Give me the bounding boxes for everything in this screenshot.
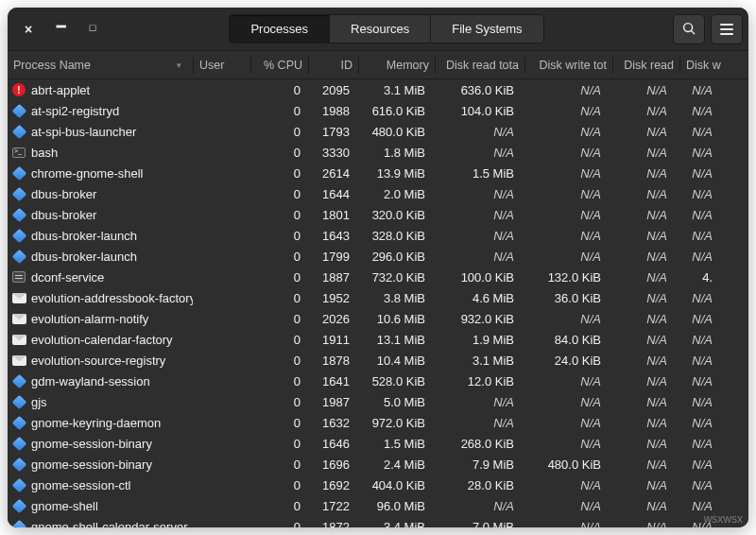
cell-id: 1696	[306, 457, 355, 472]
table-row[interactable]: gjs019875.0 MiBN/AN/AN/AN/A	[8, 391, 748, 412]
table-row[interactable]: at-spi-bus-launcher01793480.0 KiBN/AN/AN…	[8, 121, 748, 142]
table-row[interactable]: gnome-shell0172296.0 MiBN/AN/AN/AN/A	[8, 495, 748, 516]
cell-id: 1988	[306, 104, 355, 118]
cell-disk-write: N/A	[673, 125, 720, 139]
column-header-process-name[interactable]: Process Name ▾	[8, 59, 193, 72]
column-header-disk-write[interactable]: Disk w	[680, 59, 728, 72]
executable-icon	[11, 436, 26, 451]
menu-button[interactable]	[711, 14, 743, 44]
cell-disk-read: N/A	[607, 166, 673, 181]
cell-disk-write: N/A	[673, 520, 720, 528]
cell-disk-read: N/A	[607, 83, 673, 97]
column-header-memory[interactable]: Memory	[359, 59, 435, 72]
cell-disk-write-total: 84.0 KiB	[520, 333, 607, 347]
cell-cpu: 0	[249, 354, 306, 368]
cell-memory: 320.0 KiB	[355, 208, 431, 222]
table-row[interactable]: dbus-broker-launch01799296.0 KiBN/AN/AN/…	[8, 246, 748, 267]
cell-disk-write-total: 480.0 KiB	[520, 457, 607, 472]
cell-disk-read: N/A	[607, 374, 673, 388]
process-name-label: abrt-applet	[31, 83, 90, 97]
cell-id: 2095	[306, 83, 355, 97]
cell-disk-write: N/A	[673, 104, 720, 118]
process-name-label: dbus-broker	[31, 208, 96, 222]
cell-id: 1911	[306, 333, 355, 347]
cell-disk-write-total: N/A	[520, 312, 607, 326]
table-row[interactable]: evolution-alarm-notify0202610.6 MiB932.0…	[8, 308, 748, 329]
cell-cpu: 0	[249, 312, 306, 326]
cell-disk-write: N/A	[673, 83, 720, 97]
cell-disk-write-total: N/A	[520, 250, 607, 264]
process-name-label: gnome-session-binary	[31, 457, 152, 472]
cell-disk-read: N/A	[607, 208, 673, 222]
process-name-label: evolution-source-registry	[31, 354, 165, 368]
maximize-icon[interactable]: □	[85, 22, 100, 37]
cell-process-name: dbus-broker	[8, 207, 193, 222]
executable-icon	[11, 207, 26, 222]
cell-disk-write: N/A	[673, 437, 720, 451]
minimize-icon[interactable]: ‒	[53, 22, 68, 37]
cell-process-name: dconf-service	[8, 269, 193, 285]
cell-disk-write-total: 132.0 KiB	[520, 270, 607, 285]
cell-disk-write-total: N/A	[520, 520, 607, 528]
column-header-cpu[interactable]: % CPU	[251, 59, 308, 72]
table-row[interactable]: bash033301.8 MiBN/AN/AN/AN/A	[8, 142, 748, 163]
table-row[interactable]: gnome-shell-calendar-server018723.4 MiB7…	[8, 516, 748, 527]
table-row[interactable]: evolution-addressbook-factory019523.8 Mi…	[8, 287, 748, 308]
cell-disk-write-total: N/A	[520, 83, 607, 97]
executable-icon	[11, 186, 26, 201]
cell-disk-write-total: N/A	[520, 208, 607, 222]
table-row[interactable]: evolution-source-registry0187810.4 MiB3.…	[8, 350, 748, 371]
table-row[interactable]: gdm-wayland-session01641528.0 KiB12.0 Ki…	[8, 371, 748, 391]
table-row[interactable]: gnome-session-binary016962.4 MiB7.9 MiB4…	[8, 454, 748, 475]
tab-processes[interactable]: Processes	[230, 15, 330, 43]
table-row[interactable]: !abrt-applet020953.1 MiB636.0 KiBN/AN/AN…	[8, 79, 748, 100]
table-row[interactable]: gnome-session-ctl01692404.0 KiB28.0 KiBN…	[8, 475, 748, 495]
table-row[interactable]: dbus-broker-launch01643328.0 KiBN/AN/AN/…	[8, 225, 748, 246]
table-row[interactable]: gnome-session-binary016461.5 MiB268.0 Ki…	[8, 433, 748, 454]
cell-disk-write: N/A	[673, 478, 720, 492]
search-icon	[682, 22, 696, 36]
tab-filesystems[interactable]: File Systems	[431, 15, 542, 43]
cell-memory: 528.0 KiB	[355, 374, 431, 388]
column-header-disk-read[interactable]: Disk read	[613, 59, 679, 72]
process-name-label: gjs	[31, 395, 47, 409]
process-name-label: at-spi-bus-launcher	[31, 125, 136, 139]
search-button[interactable]	[673, 14, 705, 44]
cell-disk-read-total: 932.0 KiB	[431, 312, 520, 326]
close-icon[interactable]: ×	[21, 22, 36, 37]
mail-icon	[11, 332, 26, 347]
process-name-label: gnome-shell	[31, 499, 98, 513]
column-header-user[interactable]: User	[194, 59, 250, 72]
cell-memory: 616.0 KiB	[355, 104, 431, 118]
cell-disk-read: N/A	[607, 125, 673, 139]
cell-process-name: evolution-alarm-notify	[8, 311, 193, 326]
mail-icon	[11, 311, 26, 326]
table-row[interactable]: dconf-service01887732.0 KiB100.0 KiB132.…	[8, 267, 748, 287]
process-name-label: chrome-gnome-shell	[31, 166, 144, 181]
executable-icon	[11, 124, 26, 139]
tab-resources[interactable]: Resources	[330, 15, 431, 43]
cell-process-name: evolution-addressbook-factory	[8, 290, 193, 305]
table-row[interactable]: evolution-calendar-factory0191113.1 MiB1…	[8, 329, 748, 350]
cell-process-name: gnome-keyring-daemon	[8, 415, 193, 430]
cell-disk-write: N/A	[673, 312, 720, 326]
table-row[interactable]: chrome-gnome-shell0261413.9 MiB1.5 MiBN/…	[8, 163, 748, 183]
column-header-disk-read-total[interactable]: Disk read tota	[436, 59, 524, 72]
process-name-label: at-spi2-registryd	[31, 104, 119, 118]
table-row[interactable]: dbus-broker01801320.0 KiBN/AN/AN/AN/A	[8, 204, 748, 225]
cell-id: 2026	[306, 312, 355, 326]
column-header-disk-write-total[interactable]: Disk write tot	[525, 59, 612, 72]
process-list[interactable]: !abrt-applet020953.1 MiB636.0 KiBN/AN/AN…	[8, 79, 748, 527]
cell-disk-read: N/A	[607, 104, 673, 118]
cell-id: 2614	[306, 166, 355, 181]
column-header-id[interactable]: ID	[309, 59, 358, 72]
table-row[interactable]: dbus-broker016442.0 MiBN/AN/AN/AN/A	[8, 183, 748, 204]
toolbar-right	[673, 14, 743, 44]
cell-cpu: 0	[249, 437, 306, 451]
table-row[interactable]: gnome-keyring-daemon01632972.0 KiBN/AN/A…	[8, 412, 748, 433]
cell-disk-write-total: N/A	[520, 499, 607, 513]
table-row[interactable]: at-spi2-registryd01988616.0 KiB104.0 KiB…	[8, 100, 748, 121]
column-label: Process Name	[13, 59, 91, 72]
cell-disk-write-total: N/A	[520, 166, 607, 181]
cell-memory: 3.4 MiB	[355, 520, 431, 528]
